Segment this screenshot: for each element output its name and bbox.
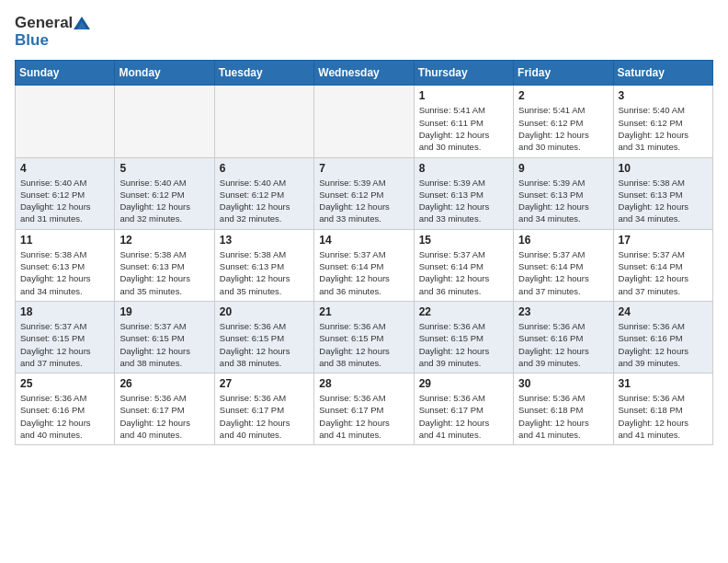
calendar-cell: 11Sunrise: 5:38 AM Sunset: 6:13 PM Dayli… (16, 229, 115, 301)
day-number: 9 (518, 162, 608, 175)
calendar-cell: 6Sunrise: 5:40 AM Sunset: 6:12 PM Daylig… (214, 157, 313, 229)
weekday-header-friday: Friday (514, 61, 613, 86)
day-info: Sunrise: 5:40 AM Sunset: 6:12 PM Dayligh… (119, 177, 209, 225)
calendar-cell: 25Sunrise: 5:36 AM Sunset: 6:16 PM Dayli… (16, 373, 115, 445)
day-number: 4 (20, 162, 109, 175)
day-info: Sunrise: 5:37 AM Sunset: 6:15 PM Dayligh… (119, 320, 209, 369)
day-number: 12 (119, 234, 209, 247)
calendar-cell: 1Sunrise: 5:41 AM Sunset: 6:11 PM Daylig… (414, 86, 513, 157)
day-info: Sunrise: 5:38 AM Sunset: 6:13 PM Dayligh… (220, 248, 309, 297)
day-info: Sunrise: 5:36 AM Sunset: 6:17 PM Dayligh… (220, 392, 309, 441)
calendar-week-3: 11Sunrise: 5:38 AM Sunset: 6:13 PM Dayli… (16, 229, 713, 301)
day-number: 28 (319, 377, 408, 390)
day-number: 11 (20, 234, 109, 247)
day-info: Sunrise: 5:36 AM Sunset: 6:16 PM Dayligh… (518, 320, 608, 369)
day-info: Sunrise: 5:37 AM Sunset: 6:14 PM Dayligh… (419, 248, 508, 297)
calendar-cell: 30Sunrise: 5:36 AM Sunset: 6:18 PM Dayli… (514, 373, 613, 445)
calendar-cell: 15Sunrise: 5:37 AM Sunset: 6:14 PM Dayli… (414, 229, 513, 301)
day-info: Sunrise: 5:39 AM Sunset: 6:13 PM Dayligh… (419, 177, 508, 225)
calendar-cell: 2Sunrise: 5:41 AM Sunset: 6:12 PM Daylig… (514, 86, 613, 157)
day-info: Sunrise: 5:39 AM Sunset: 6:13 PM Dayligh… (518, 177, 608, 225)
calendar-cell: 3Sunrise: 5:40 AM Sunset: 6:12 PM Daylig… (613, 86, 712, 157)
day-number: 19 (119, 305, 209, 318)
weekday-header-thursday: Thursday (414, 61, 513, 86)
day-info: Sunrise: 5:36 AM Sunset: 6:17 PM Dayligh… (119, 392, 209, 441)
calendar-cell (115, 86, 214, 157)
calendar-week-2: 4Sunrise: 5:40 AM Sunset: 6:12 PM Daylig… (16, 157, 713, 229)
day-number: 25 (20, 377, 109, 390)
weekday-header-tuesday: Tuesday (214, 61, 313, 86)
day-info: Sunrise: 5:36 AM Sunset: 6:17 PM Dayligh… (319, 392, 408, 441)
calendar-cell: 4Sunrise: 5:40 AM Sunset: 6:12 PM Daylig… (16, 157, 115, 229)
calendar-cell (214, 86, 313, 157)
day-number: 27 (220, 377, 309, 390)
day-info: Sunrise: 5:37 AM Sunset: 6:14 PM Dayligh… (518, 248, 608, 297)
logo: General Blue (15, 15, 91, 49)
day-info: Sunrise: 5:41 AM Sunset: 6:12 PM Dayligh… (518, 104, 608, 153)
day-number: 10 (619, 162, 708, 175)
weekday-header-sunday: Sunday (16, 61, 115, 86)
calendar-cell: 23Sunrise: 5:36 AM Sunset: 6:16 PM Dayli… (514, 301, 613, 373)
logo-general: General (15, 14, 73, 31)
day-number: 24 (619, 305, 708, 318)
day-number: 5 (119, 162, 209, 175)
day-number: 21 (319, 305, 408, 318)
logo-icon (74, 17, 90, 31)
day-info: Sunrise: 5:36 AM Sunset: 6:15 PM Dayligh… (319, 320, 408, 369)
calendar-cell: 20Sunrise: 5:36 AM Sunset: 6:15 PM Dayli… (214, 301, 313, 373)
day-info: Sunrise: 5:36 AM Sunset: 6:18 PM Dayligh… (518, 392, 608, 441)
day-number: 26 (119, 377, 209, 390)
calendar-cell: 10Sunrise: 5:38 AM Sunset: 6:13 PM Dayli… (613, 157, 712, 229)
day-number: 14 (319, 234, 408, 247)
page-header: General Blue (15, 15, 713, 49)
day-number: 31 (619, 377, 708, 390)
calendar-cell: 14Sunrise: 5:37 AM Sunset: 6:14 PM Dayli… (314, 229, 414, 301)
calendar-cell: 28Sunrise: 5:36 AM Sunset: 6:17 PM Dayli… (314, 373, 414, 445)
calendar-cell: 19Sunrise: 5:37 AM Sunset: 6:15 PM Dayli… (115, 301, 214, 373)
weekday-header-monday: Monday (115, 61, 214, 86)
calendar-cell: 22Sunrise: 5:36 AM Sunset: 6:15 PM Dayli… (414, 301, 513, 373)
logo-blue: Blue (15, 31, 49, 49)
day-info: Sunrise: 5:36 AM Sunset: 6:15 PM Dayligh… (220, 320, 309, 369)
day-number: 18 (20, 305, 109, 318)
calendar-cell (314, 86, 414, 157)
day-info: Sunrise: 5:36 AM Sunset: 6:18 PM Dayligh… (619, 392, 708, 441)
logo-text: General Blue (15, 15, 91, 49)
day-info: Sunrise: 5:40 AM Sunset: 6:12 PM Dayligh… (20, 177, 109, 225)
day-info: Sunrise: 5:41 AM Sunset: 6:11 PM Dayligh… (419, 104, 508, 153)
calendar-cell: 29Sunrise: 5:36 AM Sunset: 6:17 PM Dayli… (414, 373, 513, 445)
day-info: Sunrise: 5:40 AM Sunset: 6:12 PM Dayligh… (619, 104, 708, 153)
weekday-header-wednesday: Wednesday (314, 61, 414, 86)
calendar-cell: 21Sunrise: 5:36 AM Sunset: 6:15 PM Dayli… (314, 301, 414, 373)
calendar-cell: 16Sunrise: 5:37 AM Sunset: 6:14 PM Dayli… (514, 229, 613, 301)
calendar-cell: 13Sunrise: 5:38 AM Sunset: 6:13 PM Dayli… (214, 229, 313, 301)
calendar-cell (16, 86, 115, 157)
calendar-cell: 26Sunrise: 5:36 AM Sunset: 6:17 PM Dayli… (115, 373, 214, 445)
day-number: 29 (419, 377, 508, 390)
calendar-cell: 18Sunrise: 5:37 AM Sunset: 6:15 PM Dayli… (16, 301, 115, 373)
day-number: 2 (518, 89, 608, 102)
calendar-week-5: 25Sunrise: 5:36 AM Sunset: 6:16 PM Dayli… (16, 373, 713, 445)
day-number: 15 (419, 234, 508, 247)
day-info: Sunrise: 5:36 AM Sunset: 6:17 PM Dayligh… (419, 392, 508, 441)
calendar-cell: 17Sunrise: 5:37 AM Sunset: 6:14 PM Dayli… (613, 229, 712, 301)
day-number: 7 (319, 162, 408, 175)
calendar-cell: 24Sunrise: 5:36 AM Sunset: 6:16 PM Dayli… (613, 301, 712, 373)
calendar-week-4: 18Sunrise: 5:37 AM Sunset: 6:15 PM Dayli… (16, 301, 713, 373)
day-info: Sunrise: 5:38 AM Sunset: 6:13 PM Dayligh… (619, 177, 708, 225)
day-number: 1 (419, 89, 508, 102)
day-number: 13 (220, 234, 309, 247)
day-info: Sunrise: 5:37 AM Sunset: 6:15 PM Dayligh… (20, 320, 109, 369)
day-number: 23 (518, 305, 608, 318)
day-info: Sunrise: 5:39 AM Sunset: 6:12 PM Dayligh… (319, 177, 408, 225)
day-info: Sunrise: 5:37 AM Sunset: 6:14 PM Dayligh… (319, 248, 408, 297)
day-number: 6 (220, 162, 309, 175)
day-info: Sunrise: 5:38 AM Sunset: 6:13 PM Dayligh… (119, 248, 209, 297)
day-number: 20 (220, 305, 309, 318)
day-info: Sunrise: 5:36 AM Sunset: 6:15 PM Dayligh… (419, 320, 508, 369)
day-number: 22 (419, 305, 508, 318)
calendar-cell: 31Sunrise: 5:36 AM Sunset: 6:18 PM Dayli… (613, 373, 712, 445)
calendar-week-1: 1Sunrise: 5:41 AM Sunset: 6:11 PM Daylig… (16, 86, 713, 157)
day-info: Sunrise: 5:38 AM Sunset: 6:13 PM Dayligh… (20, 248, 109, 297)
day-number: 17 (619, 234, 708, 247)
